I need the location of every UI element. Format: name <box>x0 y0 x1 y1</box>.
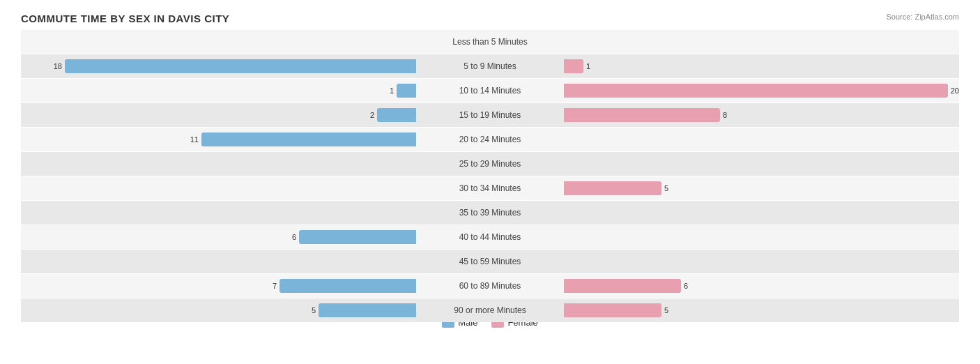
male-bar <box>280 279 416 293</box>
female-side: 8 <box>560 108 959 122</box>
row-label: 25 to 29 Minutes <box>420 159 560 169</box>
row-label: 10 to 14 Minutes <box>420 86 560 96</box>
male-value: 6 <box>292 233 296 241</box>
row-label: 40 to 44 Minutes <box>420 232 560 242</box>
chart-row: 45 to 59 Minutes <box>21 250 959 273</box>
chart-row: 35 to 39 Minutes <box>21 201 959 225</box>
male-value: 11 <box>190 135 199 144</box>
male-value: 5 <box>312 306 316 314</box>
row-label: 90 or more Minutes <box>420 305 560 315</box>
female-bar <box>564 303 661 317</box>
male-bar <box>377 108 416 122</box>
chart-row: 30 to 34 Minutes 5 <box>21 176 959 200</box>
row-label: Less than 5 Minutes <box>420 37 560 47</box>
chart-row: 18 5 to 9 Minutes 1 <box>21 54 959 78</box>
row-label: 20 to 24 Minutes <box>420 135 560 144</box>
male-value: 2 <box>370 111 374 119</box>
male-side: 5 <box>21 303 420 317</box>
female-value: 20 <box>951 86 959 95</box>
male-side <box>21 206 420 220</box>
male-side: 6 <box>21 230 420 244</box>
female-value: 6 <box>684 282 688 290</box>
row-label: 45 to 59 Minutes <box>420 257 560 266</box>
female-side <box>560 157 959 171</box>
female-side <box>560 35 959 49</box>
row-label: 35 to 39 Minutes <box>420 208 560 218</box>
male-side: 1 <box>21 84 420 98</box>
male-value: 7 <box>273 282 277 290</box>
male-side <box>21 181 420 195</box>
male-bar <box>65 59 416 73</box>
row-label: 30 to 34 Minutes <box>420 183 560 193</box>
male-side: 7 <box>21 279 420 293</box>
female-value: 8 <box>723 111 727 119</box>
female-bar <box>564 84 948 98</box>
row-label: 60 to 89 Minutes <box>420 281 560 291</box>
female-bar <box>564 181 661 195</box>
chart-title: COMMUTE TIME BY SEX IN DAVIS CITY <box>21 13 959 24</box>
chart-row: 11 20 to 24 Minutes <box>21 128 959 151</box>
male-value: 1 <box>390 86 394 95</box>
female-side: 6 <box>560 279 959 293</box>
female-side <box>560 230 959 244</box>
male-side <box>21 157 420 171</box>
chart-row: 5 90 or more Minutes 5 <box>21 298 959 322</box>
female-side: 5 <box>560 181 959 195</box>
row-label: 5 to 9 Minutes <box>420 61 560 71</box>
female-side: 1 <box>560 59 959 73</box>
male-bar <box>319 303 416 317</box>
chart-row: 7 60 to 89 Minutes 6 <box>21 274 959 298</box>
male-side <box>21 35 420 49</box>
female-side <box>560 206 959 220</box>
chart-row: 2 15 to 19 Minutes 8 <box>21 103 959 127</box>
male-bar <box>201 132 416 146</box>
female-side: 5 <box>560 303 959 317</box>
female-value: 5 <box>664 184 668 192</box>
chart-area: Less than 5 Minutes 18 5 to 9 Minutes 1 … <box>21 30 959 312</box>
male-side: 2 <box>21 108 420 122</box>
male-bar <box>299 230 416 244</box>
chart-container: COMMUTE TIME BY SEX IN DAVIS CITY Source… <box>0 0 980 364</box>
male-side: 18 <box>21 59 420 73</box>
male-value: 18 <box>54 62 62 70</box>
female-bar <box>564 59 583 73</box>
female-side: 20 <box>560 84 959 98</box>
row-label: 15 to 19 Minutes <box>420 110 560 120</box>
female-side <box>560 255 959 268</box>
source-text: Source: ZipAtlas.com <box>886 13 959 21</box>
chart-row: 6 40 to 44 Minutes <box>21 225 959 249</box>
chart-row: 25 to 29 Minutes <box>21 152 959 176</box>
female-bar <box>564 279 681 293</box>
female-value: 5 <box>664 306 668 314</box>
female-bar <box>564 108 720 122</box>
male-side <box>21 255 420 268</box>
male-side: 11 <box>21 132 420 146</box>
female-side <box>560 132 959 146</box>
female-value: 1 <box>586 62 590 70</box>
chart-row: 1 10 to 14 Minutes 20 <box>21 79 959 103</box>
chart-row: Less than 5 Minutes <box>21 30 959 54</box>
male-bar <box>397 84 416 98</box>
